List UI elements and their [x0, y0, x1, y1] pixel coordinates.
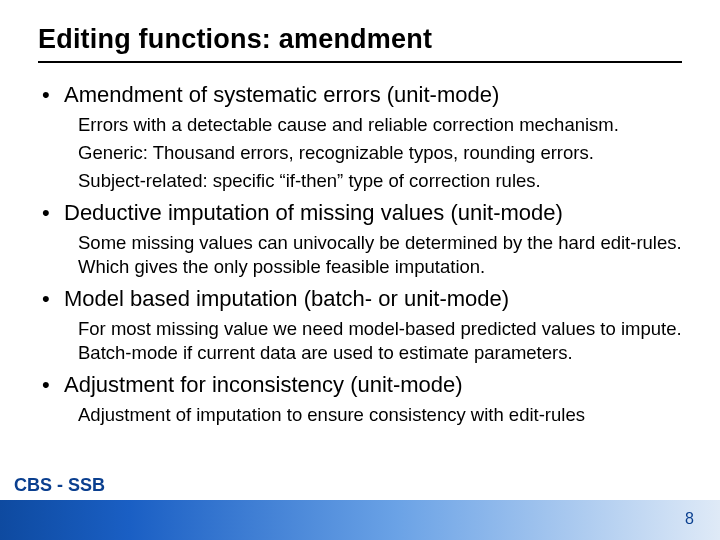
- bullet-icon: •: [42, 371, 64, 399]
- title-container: Editing functions: amendment: [38, 24, 682, 63]
- bullet-desc: Some missing values can univocally be de…: [78, 231, 682, 279]
- bullet-icon: •: [42, 285, 64, 313]
- bullet-heading: Adjustment for inconsistency (unit-mode): [64, 371, 463, 399]
- bullet-desc: Errors with a detectable cause and relia…: [78, 113, 682, 137]
- footer-bar: [0, 500, 720, 540]
- slide-title: Editing functions: amendment: [38, 24, 682, 55]
- bullet-item: • Adjustment for inconsistency (unit-mod…: [42, 371, 682, 399]
- footer-org-label: CBS - SSB: [14, 475, 105, 496]
- bullet-icon: •: [42, 199, 64, 227]
- bullet-item: • Model based imputation (batch- or unit…: [42, 285, 682, 313]
- slide: Editing functions: amendment • Amendment…: [0, 0, 720, 540]
- bullet-desc: Subject-related: specific “if-then” type…: [78, 169, 682, 193]
- bullet-desc: Generic: Thousand errors, recognizable t…: [78, 141, 682, 165]
- bullet-heading: Deductive imputation of missing values (…: [64, 199, 563, 227]
- bullet-item: • Amendment of systematic errors (unit-m…: [42, 81, 682, 109]
- bullet-icon: •: [42, 81, 64, 109]
- bullet-desc: Adjustment of imputation to ensure consi…: [78, 403, 682, 427]
- content-body: • Amendment of systematic errors (unit-m…: [38, 81, 682, 427]
- bullet-heading: Amendment of systematic errors (unit-mod…: [64, 81, 499, 109]
- bullet-heading: Model based imputation (batch- or unit-m…: [64, 285, 509, 313]
- page-number: 8: [685, 510, 694, 528]
- bullet-desc: For most missing value we need model-bas…: [78, 317, 682, 365]
- bullet-item: • Deductive imputation of missing values…: [42, 199, 682, 227]
